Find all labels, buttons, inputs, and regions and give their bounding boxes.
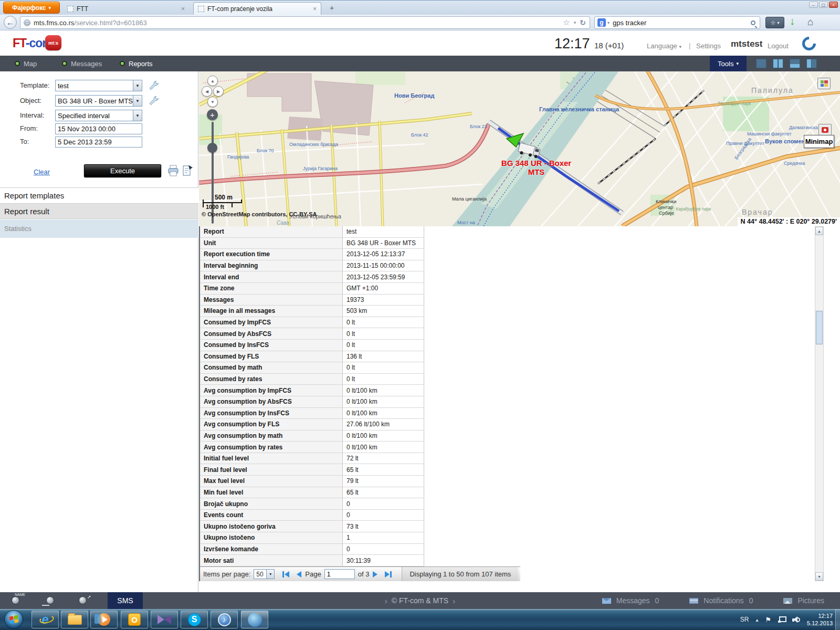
taskbar-outlook-button[interactable]: O: [121, 611, 148, 628]
chevron-icon[interactable]: ›: [453, 596, 455, 605]
taskbar-explorer-button[interactable]: [61, 611, 88, 628]
close-window-button[interactable]: ×: [829, 2, 838, 8]
pan-left-button[interactable]: ◀: [202, 86, 212, 97]
prev-page-button[interactable]: [297, 571, 301, 578]
object-select[interactable]: BG 348 UR - Boxer MTS ▼: [55, 95, 142, 107]
back-button[interactable]: ←: [4, 16, 17, 29]
page-input[interactable]: [324, 569, 355, 579]
pictures-icon[interactable]: [783, 598, 792, 604]
firefox-menu-button[interactable]: Фајерфокс ▾: [3, 2, 60, 14]
search-input[interactable]: gps tracker: [613, 19, 646, 27]
print-icon[interactable]: [167, 164, 180, 177]
last-page-button[interactable]: [385, 571, 392, 578]
url-dropdown-icon[interactable]: ▾: [574, 20, 576, 25]
minimize-button[interactable]: –: [809, 2, 818, 8]
layout-split-vertical-icon[interactable]: [773, 59, 783, 68]
maximize-button[interactable]: ▢: [819, 2, 828, 8]
sidebar-item-statistics[interactable]: Statistics: [0, 219, 198, 238]
layout-mixed-icon[interactable]: [806, 59, 817, 68]
scroll-down-arrow[interactable]: ▼: [815, 572, 823, 581]
from-input[interactable]: [55, 123, 142, 134]
taskbar-itunes-button[interactable]: ♪: [211, 611, 238, 628]
select-arrow-icon[interactable]: ▼: [133, 110, 142, 121]
zoom-slider-knob[interactable]: [207, 143, 217, 153]
network-icon[interactable]: [778, 616, 785, 623]
status-dot-icon[interactable]: [12, 596, 19, 604]
search-icon[interactable]: [751, 20, 755, 25]
pan-up-button[interactable]: ▲: [207, 76, 218, 86]
status-dot-icon[interactable]: [46, 596, 54, 604]
messages-icon[interactable]: [602, 598, 611, 604]
reload-icon[interactable]: ↻: [580, 18, 586, 27]
template-select[interactable]: test ▼: [55, 80, 142, 91]
close-icon[interactable]: ×: [313, 5, 317, 13]
tab-ftt[interactable]: FTT ×: [63, 2, 189, 15]
sidebar-item-report-templates[interactable]: Report templates: [0, 187, 198, 203]
zoom-in-button[interactable]: +: [207, 109, 218, 120]
status-dot-icon[interactable]: [79, 596, 87, 604]
execute-button[interactable]: Execute: [84, 164, 161, 177]
minimap-button[interactable]: Minimap: [804, 135, 834, 148]
language-indicator[interactable]: SR: [740, 616, 749, 623]
layout-single-icon[interactable]: [756, 59, 766, 68]
search-engine-dropdown-icon[interactable]: ▾: [607, 20, 610, 25]
url-bar[interactable]: mts.fms.co.rs /service.html?d=601863 ☆ ▾…: [20, 16, 590, 29]
settings-link[interactable]: Settings: [696, 42, 721, 50]
tools-menu[interactable]: Tools▾: [710, 56, 747, 71]
taskbar-kmplayer-button[interactable]: [151, 611, 178, 628]
clear-link[interactable]: Clear: [34, 168, 50, 176]
layout-split-horizontal-icon[interactable]: [790, 59, 800, 68]
taskbar-ie-button[interactable]: e: [32, 611, 59, 628]
select-arrow-icon[interactable]: ▼: [133, 96, 142, 106]
mts-logo-text: mt:s: [48, 40, 58, 46]
scrollbar-thumb[interactable]: [816, 311, 823, 344]
nav-messages[interactable]: Messages: [62, 56, 102, 71]
pictures-label[interactable]: Pictures: [797, 596, 824, 605]
items-per-page-select[interactable]: 50 ▼: [254, 569, 275, 579]
interval-select[interactable]: Specified interval ▼: [55, 110, 142, 121]
show-desktop-button[interactable]: [835, 609, 840, 630]
taskbar-skype-button[interactable]: S: [181, 611, 208, 628]
export-icon[interactable]: [181, 164, 194, 177]
map-canvas[interactable]: [199, 71, 840, 226]
map-layers-button[interactable]: [817, 78, 831, 89]
select-arrow-icon[interactable]: ▼: [133, 80, 142, 91]
close-icon[interactable]: ×: [181, 5, 185, 13]
scale-feet: 1000 ft: [206, 204, 224, 210]
taskbar-wmp-button[interactable]: [90, 611, 118, 628]
new-tab-button[interactable]: +: [326, 4, 338, 13]
language-menu[interactable]: Language ▾: [647, 42, 681, 50]
logout-link[interactable]: Logout: [768, 42, 789, 50]
to-input[interactable]: [55, 136, 142, 148]
sidebar-item-report-result[interactable]: Report result: [0, 203, 198, 219]
search-box[interactable]: g ▾ gps tracker: [594, 16, 760, 29]
object-edit-wrench-icon[interactable]: [149, 95, 159, 106]
search-engine-icon[interactable]: g: [597, 18, 606, 27]
sms-button[interactable]: SMS: [108, 592, 143, 609]
bookmark-star-icon[interactable]: ☆: [563, 18, 570, 27]
pan-right-button[interactable]: ▶: [213, 86, 224, 97]
volume-icon[interactable]: [792, 616, 800, 623]
home-button[interactable]: ⌂: [807, 16, 813, 28]
template-edit-wrench-icon[interactable]: [149, 80, 159, 90]
map-poi-button[interactable]: [818, 124, 832, 135]
notifications-icon[interactable]: [689, 598, 698, 604]
downloads-button[interactable]: ↓: [790, 15, 795, 27]
chevron-icon[interactable]: ›: [385, 596, 387, 605]
tab-ftcom[interactable]: FT-com praćenje vozila ×: [193, 2, 321, 15]
bookmarks-button[interactable]: ☆ ▾: [765, 17, 784, 28]
vertical-scrollbar[interactable]: ▲ ▼: [815, 226, 824, 581]
next-page-button[interactable]: [373, 571, 377, 578]
notifications-label[interactable]: Notifications: [704, 596, 743, 605]
taskbar-clock[interactable]: 12:175.12.2013: [807, 612, 833, 627]
messages-label[interactable]: Messages: [616, 596, 650, 605]
first-page-button[interactable]: [282, 571, 289, 578]
start-button[interactable]: [4, 610, 23, 629]
taskbar-firefox-button[interactable]: [241, 611, 268, 628]
nav-map[interactable]: Map: [15, 56, 37, 71]
show-hidden-icons[interactable]: ▴: [755, 617, 758, 623]
nav-reports[interactable]: Reports: [120, 56, 153, 71]
scroll-up-arrow[interactable]: ▲: [815, 227, 823, 235]
pan-down-button[interactable]: ▼: [207, 97, 218, 107]
action-center-flag-icon[interactable]: ⚑: [765, 616, 771, 624]
